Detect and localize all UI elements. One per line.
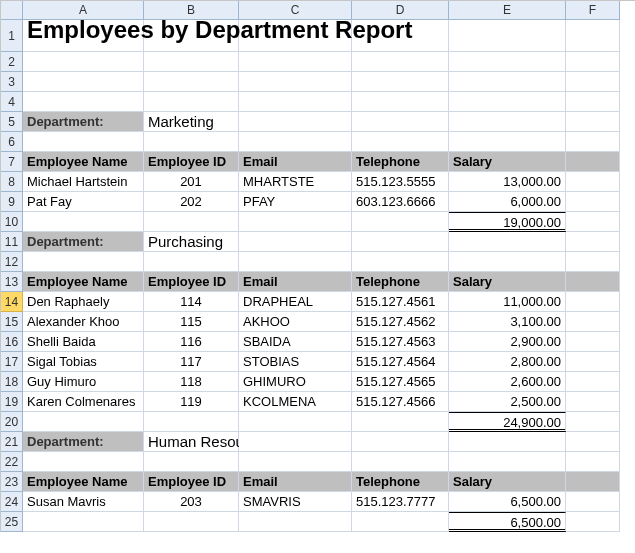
report-title[interactable]: Employees by Department Report bbox=[23, 20, 144, 52]
cell[interactable] bbox=[566, 312, 620, 332]
emp-tel[interactable]: 515.127.4563 bbox=[352, 332, 449, 352]
row-header-10[interactable]: 10 bbox=[1, 212, 23, 232]
cell[interactable] bbox=[144, 452, 239, 472]
cell[interactable] bbox=[23, 52, 144, 72]
emp-tel[interactable]: 515.123.5555 bbox=[352, 172, 449, 192]
emp-name[interactable]: Sigal Tobias bbox=[23, 352, 144, 372]
col-emp-name[interactable]: Employee Name bbox=[23, 472, 144, 492]
row-header-16[interactable]: 16 bbox=[1, 332, 23, 352]
department-label[interactable]: Department: bbox=[23, 232, 144, 252]
emp-email[interactable]: PFAY bbox=[239, 192, 352, 212]
cell[interactable] bbox=[566, 72, 620, 92]
col-emp-id[interactable]: Employee ID bbox=[144, 472, 239, 492]
row-header-5[interactable]: 5 bbox=[1, 112, 23, 132]
cell[interactable] bbox=[449, 72, 566, 92]
dept-total[interactable]: 24,900.00 bbox=[449, 412, 566, 432]
emp-id[interactable]: 202 bbox=[144, 192, 239, 212]
cell[interactable] bbox=[144, 72, 239, 92]
cell[interactable] bbox=[566, 52, 620, 72]
emp-id[interactable]: 117 bbox=[144, 352, 239, 372]
row-header-14[interactable]: 14 bbox=[1, 292, 23, 312]
cell[interactable] bbox=[352, 512, 449, 532]
cell[interactable] bbox=[352, 52, 449, 72]
cell[interactable] bbox=[144, 92, 239, 112]
cell[interactable] bbox=[566, 232, 620, 252]
col-email[interactable]: Email bbox=[239, 472, 352, 492]
cell[interactable] bbox=[352, 232, 449, 252]
col-salary[interactable]: Salary bbox=[449, 472, 566, 492]
emp-id[interactable]: 114 bbox=[144, 292, 239, 312]
cell[interactable] bbox=[144, 512, 239, 532]
cell[interactable] bbox=[449, 452, 566, 472]
cell[interactable] bbox=[23, 412, 144, 432]
col-telephone[interactable]: Telephone bbox=[352, 152, 449, 172]
dept-total[interactable]: 6,500.00 bbox=[449, 512, 566, 532]
department-name[interactable]: Purchasing bbox=[144, 232, 239, 252]
cell[interactable] bbox=[566, 192, 620, 212]
cell[interactable] bbox=[449, 132, 566, 152]
emp-tel[interactable]: 603.123.6666 bbox=[352, 192, 449, 212]
row-header-24[interactable]: 24 bbox=[1, 492, 23, 512]
emp-id[interactable]: 203 bbox=[144, 492, 239, 512]
emp-tel[interactable]: 515.127.4565 bbox=[352, 372, 449, 392]
col-emp-id[interactable]: Employee ID bbox=[144, 152, 239, 172]
cell[interactable] bbox=[352, 212, 449, 232]
cell[interactable] bbox=[352, 132, 449, 152]
cell[interactable] bbox=[239, 452, 352, 472]
cell[interactable] bbox=[352, 112, 449, 132]
row-header-18[interactable]: 18 bbox=[1, 372, 23, 392]
cell[interactable] bbox=[449, 20, 566, 52]
emp-name[interactable]: Michael Hartstein bbox=[23, 172, 144, 192]
emp-name[interactable]: Karen Colmenares bbox=[23, 392, 144, 412]
emp-email[interactable]: SMAVRIS bbox=[239, 492, 352, 512]
cell[interactable] bbox=[144, 212, 239, 232]
row-header-22[interactable]: 22 bbox=[1, 452, 23, 472]
department-name[interactable]: Marketing bbox=[144, 112, 239, 132]
cell[interactable] bbox=[144, 52, 239, 72]
select-all-corner[interactable] bbox=[1, 1, 23, 20]
row-header-25[interactable]: 25 bbox=[1, 512, 23, 532]
row-header-23[interactable]: 23 bbox=[1, 472, 23, 492]
cell[interactable] bbox=[23, 92, 144, 112]
cell[interactable] bbox=[352, 92, 449, 112]
cell[interactable] bbox=[449, 52, 566, 72]
emp-name[interactable]: Susan Mavris bbox=[23, 492, 144, 512]
emp-salary[interactable]: 13,000.00 bbox=[449, 172, 566, 192]
cell[interactable] bbox=[239, 52, 352, 72]
cell[interactable] bbox=[239, 512, 352, 532]
col-telephone[interactable]: Telephone bbox=[352, 472, 449, 492]
cell[interactable] bbox=[239, 432, 352, 452]
col-email[interactable]: Email bbox=[239, 272, 352, 292]
cell[interactable] bbox=[449, 432, 566, 452]
dept-total[interactable]: 19,000.00 bbox=[449, 212, 566, 232]
cell[interactable] bbox=[239, 252, 352, 272]
cell[interactable] bbox=[566, 492, 620, 512]
row-header-9[interactable]: 9 bbox=[1, 192, 23, 212]
cell[interactable] bbox=[239, 72, 352, 92]
cell[interactable] bbox=[239, 412, 352, 432]
cell[interactable] bbox=[144, 412, 239, 432]
cell[interactable] bbox=[566, 92, 620, 112]
emp-email[interactable]: MHARTSTE bbox=[239, 172, 352, 192]
department-name[interactable]: Human Resources bbox=[144, 432, 239, 452]
cell[interactable] bbox=[239, 212, 352, 232]
row-header-21[interactable]: 21 bbox=[1, 432, 23, 452]
cell[interactable] bbox=[566, 472, 620, 492]
cell[interactable] bbox=[352, 432, 449, 452]
row-header-13[interactable]: 13 bbox=[1, 272, 23, 292]
col-header-F[interactable]: F bbox=[566, 1, 620, 20]
cell[interactable] bbox=[144, 252, 239, 272]
emp-salary[interactable]: 3,100.00 bbox=[449, 312, 566, 332]
cell[interactable] bbox=[23, 452, 144, 472]
emp-salary[interactable]: 2,600.00 bbox=[449, 372, 566, 392]
col-email[interactable]: Email bbox=[239, 152, 352, 172]
cell[interactable] bbox=[566, 172, 620, 192]
cell[interactable] bbox=[566, 452, 620, 472]
cell[interactable] bbox=[239, 232, 352, 252]
cell[interactable] bbox=[566, 292, 620, 312]
emp-email[interactable]: GHIMURO bbox=[239, 372, 352, 392]
emp-id[interactable]: 118 bbox=[144, 372, 239, 392]
cell[interactable] bbox=[566, 372, 620, 392]
emp-id[interactable]: 115 bbox=[144, 312, 239, 332]
col-salary[interactable]: Salary bbox=[449, 272, 566, 292]
